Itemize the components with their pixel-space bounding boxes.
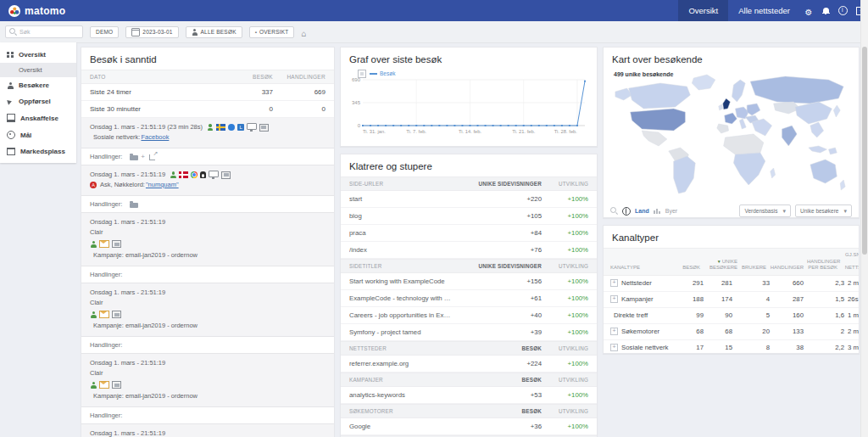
movers-section-header: SIDETITLER UNIKE SIDEVISNINGER UTVIKLING [341, 259, 597, 273]
zoom-out-icon[interactable] [610, 207, 618, 215]
channel-row: Nettsteder 291281336602,32 min 25s [604, 276, 859, 292]
visit-detail-link[interactable]: Facebook [141, 133, 169, 142]
person-icon [90, 382, 97, 389]
visit-detail: Kampanje: email-jan2019 - ordernow [93, 322, 198, 330]
channel-value: 3 min 43s [848, 344, 860, 351]
window-icon [112, 240, 121, 248]
date-range-button[interactable]: 2023-03-01 [125, 26, 178, 38]
visitor-log: Onsdag 1. mars - 21:51:19 (23 min 28s) S… [81, 118, 334, 437]
channel-label: Direkte treff [614, 311, 648, 319]
matomo-logo-icon [8, 5, 20, 17]
visit-actions-row: Handlinger: [81, 148, 334, 165]
movers-row: praca +84 +100% [341, 225, 597, 242]
channel-value: 99 [670, 311, 707, 319]
search-icon [9, 28, 17, 36]
movers-row: analytics-keywords +53 +100% [341, 387, 597, 404]
realtime-title: Besøk i sanntid [81, 48, 334, 70]
channel-value: 133 [773, 328, 807, 335]
sidebar-item-markedsplass[interactable]: Markedsplass [0, 143, 76, 160]
cursor-icon [7, 98, 14, 105]
channel-value: 291 [670, 279, 707, 287]
visit-datetime: Onsdag 1. mars - 21:51:19 [90, 359, 165, 367]
matomo-logo[interactable]: matomo [8, 5, 65, 17]
visitor-name: Clair [90, 299, 103, 307]
expand-icon [610, 279, 618, 287]
home-icon[interactable] [301, 25, 306, 40]
plus-icon [141, 154, 147, 160]
site-selector-button[interactable]: DEMO [90, 26, 119, 38]
os-blue-icon [237, 124, 244, 131]
chart-legend: Besøk [370, 70, 395, 76]
movers-row: Careers - job opportunities in ExampleCo… [341, 307, 597, 324]
svg-text:Ti. 28. feb.: Ti. 28. feb. [554, 129, 578, 134]
gear-icon[interactable] [800, 0, 817, 21]
segment-person-icon [192, 29, 198, 36]
search-input[interactable]: Søk [5, 25, 83, 38]
sidebar-item-besokere[interactable]: Besøkere [0, 77, 76, 93]
visitor-entry: Onsdag 1. mars - 21:51:19 Ask, Nøkkelord… [81, 165, 334, 213]
movers-section-header: SØKEMOTORER BESØK UTVIKLING [341, 404, 597, 418]
visit-actions-row: Handlinger: [81, 196, 334, 213]
info-icon[interactable] [834, 0, 851, 21]
visit-datetime: Onsdag 1. mars - 21:51:19 [90, 218, 165, 227]
movers-row: blog +105 +100% [341, 208, 597, 225]
person-icon [90, 241, 97, 248]
movers-section-header: NETTSTEDER BESØK UTVIKLING [341, 341, 597, 356]
svg-text:Ti. 7. feb.: Ti. 7. feb. [406, 129, 426, 134]
envelope-icon [99, 240, 109, 248]
svg-text:0: 0 [358, 123, 361, 128]
column-right: Kart over besøkende 499 unike besøkende [603, 47, 860, 437]
realtime-row-24h: Siste 24 timer 337 669 [81, 84, 334, 101]
channel-label: Kampanjer [621, 295, 654, 303]
sidebar-item-oppforsel[interactable]: Oppførsel [0, 93, 76, 109]
map-metric-select[interactable]: Unike besøkere [795, 204, 852, 217]
visit-detail: Kampanje: email-jan2019 - ordernow [93, 392, 198, 401]
channel-value: 2,2 [807, 344, 848, 351]
visitor-map[interactable]: 499 unike besøkende [610, 70, 852, 200]
movers-title: Klatrere og stupere [341, 154, 597, 176]
visit-detail-link[interactable]: "numquam" [146, 181, 179, 189]
channel-value: 1 min 3s [848, 311, 860, 319]
nav-alle-nettsteder[interactable]: Alle nettsteder [728, 0, 800, 21]
nav-oversikt[interactable]: Oversikt [678, 0, 728, 21]
window-icon [221, 171, 231, 179]
visit-detail: Kampanje: email-jan2019 - ordernow [93, 251, 198, 260]
flag-norway-icon [179, 171, 188, 178]
movers-row: Symfony - project tamed +39 +100% [341, 324, 597, 341]
channel-value: 188 [670, 295, 707, 303]
movers-section-header: SIDE-URLER UNIKE SIDEVISNINGER UTVIKLING [341, 176, 597, 191]
flag-sweden-icon [216, 124, 225, 131]
world-map[interactable] [610, 70, 852, 197]
map-region-select[interactable]: Verdensbasis [739, 204, 791, 217]
sidebar-subitem-oversikt[interactable]: Oversikt [0, 63, 76, 77]
svg-text:Ti. 14. feb.: Ti. 14. feb. [459, 129, 482, 134]
sidebar-item-oversikt[interactable]: Oversikt [0, 47, 76, 63]
search-placeholder: Søk [19, 29, 30, 35]
map-mode-land[interactable]: Land [635, 208, 649, 214]
channel-value: 5 [736, 311, 773, 319]
person-icon [170, 171, 176, 178]
ask-icon [90, 182, 97, 188]
channel-value: 68 [670, 328, 707, 335]
channels-title: Kanaltyper [604, 226, 859, 248]
globe-icon [622, 207, 631, 216]
target-icon [7, 131, 15, 139]
envelope-icon [99, 381, 109, 389]
sidebar-item-anskaffelse[interactable]: Anskaffelse [0, 109, 76, 126]
export-image-icon[interactable] [358, 70, 366, 78]
bell-icon[interactable] [817, 0, 834, 21]
page-scrollbar[interactable] [860, 0, 868, 437]
map-mode-byer[interactable]: Byer [665, 208, 677, 214]
visit-detail: Sosiale nettverk: [93, 133, 140, 142]
view-selector-button[interactable]: OVERSIKT [249, 26, 295, 38]
page-scroll-thumb[interactable] [862, 47, 867, 255]
sidebar-item-mal[interactable]: Mål [0, 126, 76, 143]
channel-value: 90 [707, 311, 736, 319]
expand-icon [610, 328, 618, 335]
visit-datetime: Onsdag 1. mars - 21:51:19 [90, 171, 165, 179]
channel-value: 2,3 [807, 279, 848, 287]
segment-selector-button[interactable]: ALLE BESØK [186, 26, 242, 38]
sort-desc-icon[interactable] [717, 259, 721, 264]
svg-text:Ti. 21. feb.: Ti. 21. feb. [512, 129, 536, 134]
browser-blue-icon [228, 124, 235, 131]
